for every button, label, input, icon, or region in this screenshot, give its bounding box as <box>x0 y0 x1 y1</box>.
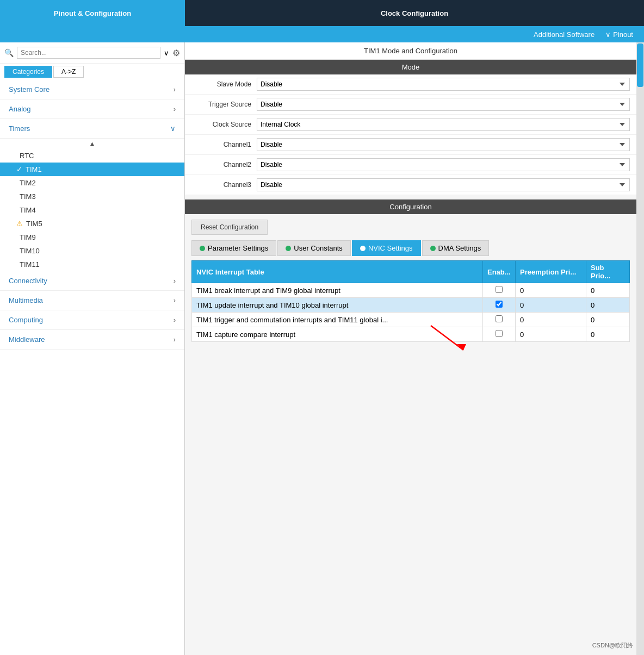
timer-item-tim5[interactable]: ⚠ TIM5 <box>0 217 184 230</box>
chevron-right-icon: › <box>174 105 176 113</box>
dma-settings-label: DMA Settings <box>438 244 481 252</box>
enable-checkbox[interactable] <box>496 286 503 293</box>
svg-line-0 <box>431 326 463 350</box>
tim4-label: TIM4 <box>20 206 36 214</box>
tab-nvic-settings[interactable]: NVIC Settings <box>352 240 421 256</box>
sidebar-item-timers[interactable]: Timers ∨ <box>0 119 184 139</box>
red-arrow-annotation <box>425 320 480 353</box>
timer-item-rtc[interactable]: RTC <box>0 149 184 163</box>
sidebar-item-analog[interactable]: Analog › <box>0 99 184 119</box>
clock-source-row: Clock Source Internal Clock <box>185 115 636 135</box>
trigger-source-label: Trigger Source <box>191 101 257 108</box>
main-layout: 🔍 ∨ ⚙ Categories A->Z System Core › Anal… <box>0 42 644 655</box>
gear-icon[interactable]: ⚙ <box>172 48 180 58</box>
analog-label: Analog <box>9 105 30 113</box>
chevron-right-icon: › <box>174 277 176 285</box>
clock-config-header[interactable]: Clock Configuration <box>185 0 644 26</box>
clock-source-select[interactable]: Internal Clock <box>257 118 630 131</box>
tab-user-constants[interactable]: User Constants <box>277 240 351 256</box>
scroll-up-btn[interactable]: ▲ <box>0 139 184 149</box>
interrupt-name: TIM1 break interrupt and TIM9 global int… <box>192 283 483 298</box>
tim3-label: TIM3 <box>20 192 36 201</box>
nvic-col-subprio: Sub Prio... <box>586 261 630 283</box>
timer-item-tim9[interactable]: TIM9 <box>0 230 184 244</box>
middleware-label: Middleware <box>9 335 45 344</box>
scrollbar-thumb[interactable] <box>637 43 643 87</box>
channel2-row: Channel2 Disable <box>185 155 636 175</box>
computing-label: Computing <box>9 316 43 324</box>
rtc-label: RTC <box>20 152 34 160</box>
sidebar: 🔍 ∨ ⚙ Categories A->Z System Core › Anal… <box>0 42 185 655</box>
enable-checkbox-cell <box>483 327 516 342</box>
connectivity-label: Connectivity <box>9 277 47 285</box>
content-title: TIM1 Mode and Configuration <box>185 42 636 60</box>
timer-item-tim11[interactable]: TIM11 <box>0 258 184 271</box>
nvic-col-enable: Enab... <box>483 261 516 283</box>
content-area: TIM1 Mode and Configuration Mode Slave M… <box>185 42 636 655</box>
scrollbar[interactable] <box>636 42 644 655</box>
tim2-label: TIM2 <box>20 179 36 187</box>
nvic-settings-label: NVIC Settings <box>368 244 413 252</box>
mode-section-header: Mode <box>185 60 636 74</box>
timer-item-tim4[interactable]: TIM4 <box>0 203 184 217</box>
parameter-settings-label: Parameter Settings <box>208 244 268 252</box>
tim5-label: TIM5 <box>26 220 42 228</box>
chevron-down-icon: ∨ <box>170 124 176 133</box>
reset-config-button[interactable]: Reset Configuration <box>191 220 268 235</box>
interrupt-name: TIM1 update interrupt and TIM10 global i… <box>192 298 483 313</box>
search-bar: 🔍 ∨ ⚙ <box>0 42 184 64</box>
tab-categories[interactable]: Categories <box>4 66 52 78</box>
tab-parameter-settings[interactable]: Parameter Settings <box>191 240 276 256</box>
subprio-cell: 0 <box>586 327 630 342</box>
enable-checkbox[interactable] <box>496 315 503 322</box>
sidebar-item-connectivity[interactable]: Connectivity › <box>0 271 184 291</box>
channel3-row: Channel3 Disable <box>185 175 636 195</box>
channel2-label: Channel2 <box>191 161 257 169</box>
sidebar-item-system-core[interactable]: System Core › <box>0 80 184 99</box>
enable-checkbox[interactable] <box>496 301 503 308</box>
channel3-label: Channel3 <box>191 181 257 189</box>
timer-item-tim3[interactable]: TIM3 <box>0 190 184 203</box>
preemption-cell: 0 <box>516 283 586 298</box>
slave-mode-row: Slave Mode Disable <box>185 74 636 95</box>
clock-config-label: Clock Configuration <box>381 9 448 17</box>
enable-checkbox-cell <box>483 298 516 313</box>
pinout-config-header[interactable]: Pinout & Configuration <box>0 0 185 26</box>
preemption-cell: 0 <box>516 298 586 313</box>
sidebar-item-computing[interactable]: Computing › <box>0 310 184 330</box>
tab-dot-icon <box>286 246 291 251</box>
tab-dma-settings[interactable]: DMA Settings <box>422 240 490 256</box>
chevron-right-icon: › <box>174 335 176 344</box>
user-constants-label: User Constants <box>294 244 343 252</box>
sidebar-item-middleware[interactable]: Middleware › <box>0 330 184 350</box>
pinout-config-label: Pinout & Configuration <box>54 9 131 17</box>
tab-az[interactable]: A->Z <box>53 66 84 78</box>
subprio-cell: 0 <box>586 283 630 298</box>
subprio-cell: 0 <box>586 313 630 327</box>
channel1-row: Channel1 Disable <box>185 135 636 155</box>
table-row: TIM1 update interrupt and TIM10 global i… <box>192 298 630 313</box>
sidebar-item-multimedia[interactable]: Multimedia › <box>0 291 184 310</box>
channel2-select[interactable]: Disable <box>257 158 630 171</box>
chevron-down-icon: ∨ <box>605 30 611 39</box>
dropdown-arrow-icon: ∨ <box>164 49 169 57</box>
timer-item-tim2[interactable]: TIM2 <box>0 176 184 190</box>
channel3-select[interactable]: Disable <box>257 178 630 191</box>
timer-item-tim10[interactable]: TIM10 <box>0 244 184 258</box>
channel1-select[interactable]: Disable <box>257 138 630 151</box>
multimedia-label: Multimedia <box>9 296 43 304</box>
subprio-cell: 0 <box>586 298 630 313</box>
nvic-col-preemption: Preemption Pri... <box>516 261 586 283</box>
search-input[interactable] <box>17 47 160 59</box>
pinout-dropdown-btn[interactable]: ∨ Pinout <box>605 30 633 39</box>
preemption-cell: 0 <box>516 327 586 342</box>
channel1-label: Channel1 <box>191 141 257 148</box>
enable-checkbox[interactable] <box>496 330 503 337</box>
additional-software-label: Additional Software <box>534 30 595 39</box>
config-section: Configuration Reset Configuration Parame… <box>185 199 636 375</box>
table-row: TIM1 trigger and commutation interrupts … <box>192 313 630 327</box>
trigger-source-select[interactable]: Disable <box>257 98 630 111</box>
timer-item-tim1[interactable]: ✓ TIM1 <box>0 163 184 176</box>
enable-checkbox-cell <box>483 313 516 327</box>
slave-mode-select[interactable]: Disable <box>257 78 630 91</box>
